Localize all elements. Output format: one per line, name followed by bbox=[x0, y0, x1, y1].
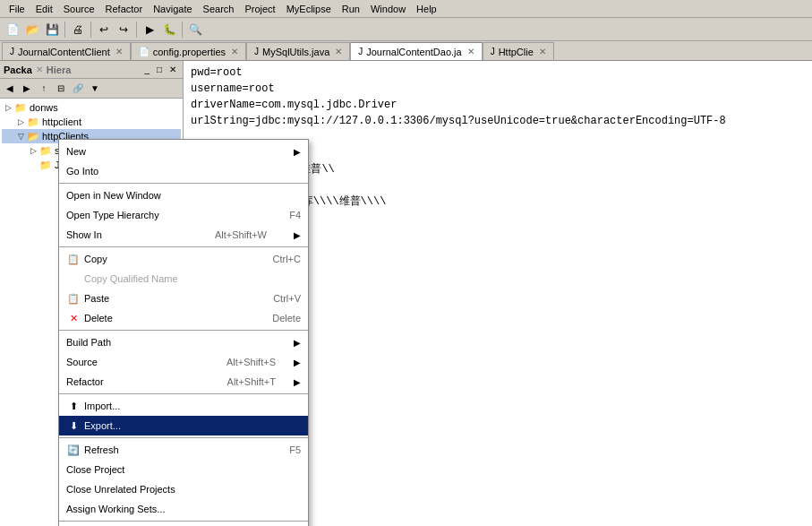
tab-close-1[interactable]: ✕ bbox=[115, 47, 123, 56]
cm-new[interactable]: New ▶ bbox=[59, 142, 308, 161]
toolbar-redo[interactable]: ↪ bbox=[115, 21, 132, 39]
menu-myeclipse[interactable]: MyEclipse bbox=[281, 2, 337, 16]
menu-run[interactable]: Run bbox=[337, 2, 365, 16]
cm-import[interactable]: ⬆Import... bbox=[59, 396, 308, 416]
cm-show-in[interactable]: Show In Alt+Shift+W ▶ bbox=[59, 225, 308, 245]
toolbar-save[interactable]: 💾 bbox=[43, 21, 61, 39]
cm-copy[interactable]: 📋Copy Ctrl+C bbox=[59, 249, 308, 269]
toolbar-debug[interactable]: 🐛 bbox=[160, 21, 178, 39]
tab-label-5: HttpClie bbox=[499, 47, 534, 57]
tree-menu-btn[interactable]: ▼ bbox=[87, 81, 103, 97]
tree-toggle-httpclients: ▽ bbox=[18, 132, 27, 141]
cm-export[interactable]: ⬇Export... bbox=[59, 416, 308, 435]
toolbar-search[interactable]: 🔍 bbox=[186, 21, 204, 39]
toolbar-sep-1 bbox=[64, 22, 65, 38]
menubar: File Edit Source Refactor Navigate Searc… bbox=[0, 0, 812, 18]
cm-source-shortcut: Alt+Shift+S bbox=[227, 357, 276, 367]
cm-import-icon: ⬆ bbox=[66, 399, 81, 413]
cm-open-new-window-label: Open in New Window bbox=[66, 190, 161, 201]
cm-paste-shortcut: Ctrl+V bbox=[273, 293, 301, 304]
tab-icon-3: J bbox=[254, 47, 259, 56]
cm-new-label: New bbox=[66, 146, 86, 157]
panel-maximize-btn[interactable]: □ bbox=[154, 64, 165, 75]
tab-journalcontentdao[interactable]: J JournalContentDao.ja ✕ bbox=[350, 42, 482, 60]
cm-build-path[interactable]: Build Path ▶ bbox=[59, 332, 308, 352]
cm-assign-working-label: Assign Working Sets... bbox=[66, 504, 165, 514]
cm-sep-2 bbox=[59, 246, 308, 247]
cm-refactor-label: Refactor bbox=[66, 376, 104, 387]
panel-title-hiera[interactable]: Hiera bbox=[47, 65, 72, 75]
cm-open-type-hierarchy-shortcut: F4 bbox=[289, 210, 301, 220]
menu-file[interactable]: File bbox=[4, 2, 30, 16]
tree-collapse-btn[interactable]: ⊟ bbox=[53, 81, 69, 97]
tree-link-btn[interactable]: 🔗 bbox=[70, 81, 86, 97]
panel-title-packa[interactable]: Packa bbox=[4, 65, 32, 75]
tab-close-5[interactable]: ✕ bbox=[539, 47, 546, 56]
cm-source-label: Source bbox=[66, 357, 98, 367]
panel-title-buttons: _ □ ✕ bbox=[141, 64, 179, 75]
cm-refactor-shortcut: Alt+Shift+T bbox=[227, 376, 276, 387]
cm-delete-icon: ✕ bbox=[66, 311, 81, 325]
tab-label-4: JournalContentDao.ja bbox=[366, 47, 461, 57]
tab-close-3[interactable]: ✕ bbox=[335, 47, 342, 56]
cm-assign-working[interactable]: Assign Working Sets... bbox=[59, 499, 308, 519]
toolbar-undo[interactable]: ↩ bbox=[95, 21, 113, 39]
toolbar-sep-2 bbox=[90, 22, 91, 38]
tab-close-2[interactable]: ✕ bbox=[231, 47, 238, 56]
cm-close-unrelated[interactable]: Close Unrelated Projects bbox=[59, 479, 308, 499]
tab-journalcontentclient[interactable]: J JournalContentClient ✕ bbox=[2, 42, 131, 60]
tab-close-4[interactable]: ✕ bbox=[467, 47, 474, 56]
cm-refresh-label: 🔄Refresh bbox=[66, 443, 119, 457]
cm-import-label: ⬆Import... bbox=[66, 399, 120, 413]
code-line-3: driverName=com.mysql.jdbc.Driver bbox=[191, 97, 805, 113]
menu-edit[interactable]: Edit bbox=[30, 2, 58, 16]
menu-project[interactable]: Project bbox=[239, 2, 280, 16]
cm-paste[interactable]: 📋Paste Ctrl+V bbox=[59, 289, 308, 308]
cm-open-new-window[interactable]: Open in New Window bbox=[59, 185, 308, 205]
panel-close-btn[interactable]: ✕ bbox=[167, 64, 179, 75]
tree-item-donws[interactable]: ▷ 📁 donws bbox=[2, 100, 181, 115]
cm-delete[interactable]: ✕Delete Delete bbox=[59, 308, 308, 328]
cm-sep-4 bbox=[59, 393, 308, 394]
tab-icon-5: J bbox=[491, 47, 495, 56]
cm-refresh[interactable]: 🔄Refresh F5 bbox=[59, 440, 308, 460]
tree-up-btn[interactable]: ↑ bbox=[36, 81, 52, 97]
code-line-1: pwd=root bbox=[191, 65, 805, 81]
cm-gointo[interactable]: Go Into bbox=[59, 161, 308, 181]
cm-open-type-hierarchy[interactable]: Open Type Hierarchy F4 bbox=[59, 205, 308, 225]
tab-config[interactable]: 📄 config.properties ✕ bbox=[131, 42, 246, 60]
cm-sep-1 bbox=[59, 183, 308, 184]
cm-refactor-arrow: ▶ bbox=[294, 377, 301, 387]
tree-folder-child1: 📁 bbox=[39, 145, 52, 157]
cm-source[interactable]: Source Alt+Shift+S ▶ bbox=[59, 352, 308, 372]
toolbar-open[interactable]: 📂 bbox=[23, 21, 41, 39]
tree-item-httpclient[interactable]: ▷ 📁 httpclient bbox=[2, 115, 181, 129]
cm-close-unrelated-label: Close Unrelated Projects bbox=[66, 484, 175, 495]
cm-close-project[interactable]: Close Project bbox=[59, 460, 308, 479]
cm-build-path-label: Build Path bbox=[66, 337, 111, 348]
tree-back-btn[interactable]: ◀ bbox=[2, 81, 18, 97]
toolbar-sep-3 bbox=[136, 22, 137, 38]
cm-refactor[interactable]: Refactor Alt+Shift+T ▶ bbox=[59, 372, 308, 392]
tree-forward-btn[interactable]: ▶ bbox=[19, 81, 35, 97]
toolbar-print[interactable]: 🖨 bbox=[69, 21, 87, 39]
tree-toggle-httpclient: ▷ bbox=[18, 117, 27, 126]
menu-window[interactable]: Window bbox=[365, 2, 411, 16]
tab-httpclie[interactable]: J HttpClie ✕ bbox=[483, 42, 554, 60]
cm-delete-shortcut: Delete bbox=[272, 313, 301, 323]
menu-search[interactable]: Search bbox=[198, 2, 240, 16]
toolbar-new[interactable]: 📄 bbox=[4, 21, 21, 39]
menu-help[interactable]: Help bbox=[411, 2, 442, 16]
panel-minimize-btn[interactable]: _ bbox=[141, 64, 152, 75]
tab-label-3: MySqlUtils.java bbox=[262, 47, 329, 57]
menu-refactor[interactable]: Refactor bbox=[100, 2, 149, 16]
tab-mysqlutils[interactable]: J MySqlUtils.java ✕ bbox=[246, 42, 350, 60]
tree-label-donws: donws bbox=[30, 102, 58, 113]
tab-icon-1: J bbox=[10, 47, 14, 56]
toolbar-run[interactable]: ▶ bbox=[141, 21, 158, 39]
tab-label-2: config.properties bbox=[153, 47, 226, 57]
tree-folder-donws: 📁 bbox=[14, 102, 27, 114]
cm-copy-icon: 📋 bbox=[66, 252, 81, 266]
menu-navigate[interactable]: Navigate bbox=[148, 2, 197, 16]
menu-source[interactable]: Source bbox=[58, 2, 100, 16]
